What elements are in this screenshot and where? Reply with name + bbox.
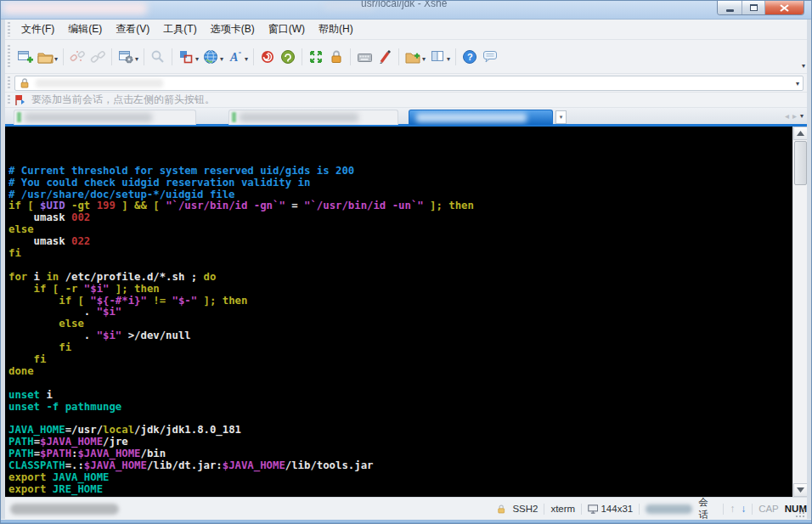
toolbar-overflow-icon[interactable]: ▾ <box>802 62 805 70</box>
menu-bar: 文件(F)编辑(E)查看(V)工具(T)选项卡(B)窗口(W)帮助(H) <box>5 20 807 40</box>
svg-text:A: A <box>229 51 238 64</box>
terminal[interactable]: # Current threshold for system reserved … <box>5 127 807 497</box>
chevron-down-icon[interactable]: ▾ <box>447 55 450 63</box>
scrollbar-thumb[interactable] <box>794 141 807 185</box>
maximize-button[interactable] <box>742 1 765 14</box>
menu-item-4[interactable]: 选项卡(B) <box>204 20 262 39</box>
status-separator <box>639 504 640 515</box>
compose-button[interactable] <box>257 47 278 67</box>
new-session-icon <box>17 48 33 65</box>
address-input[interactable]: ▾ <box>14 76 804 91</box>
chevron-down-icon[interactable]: ▾ <box>195 55 199 63</box>
protocol-label[interactable]: SSH2 <box>512 504 538 514</box>
redacted-status-blob <box>646 504 692 514</box>
terminal-line: else <box>8 318 792 330</box>
toolbar-separator <box>144 48 144 65</box>
session-tab[interactable] <box>228 110 398 125</box>
lock-screen-button[interactable] <box>326 47 347 67</box>
toolbar-grip[interactable] <box>8 76 10 89</box>
folder-plus-icon <box>405 50 421 64</box>
menu-item-0[interactable]: 文件(F) <box>14 20 61 39</box>
red-swirl-icon <box>260 49 275 65</box>
redacted-status-blob <box>10 504 119 515</box>
status-separator <box>544 504 544 515</box>
new-session-button[interactable] <box>14 47 35 67</box>
menu-item-5[interactable]: 窗口(W) <box>262 20 312 39</box>
menu-item-3[interactable]: 工具(T) <box>156 20 203 39</box>
refresh-button[interactable] <box>278 47 298 67</box>
message-board-button[interactable] <box>480 47 500 67</box>
chevron-down-icon[interactable]: ▾ <box>135 55 138 63</box>
redacted-title-blob <box>3 3 147 14</box>
session-properties-button[interactable] <box>116 47 136 67</box>
tab-bar: ▾ ◂ ▸ ▾ <box>5 108 807 127</box>
scroll-down-icon[interactable] <box>793 483 808 497</box>
open-session-button[interactable] <box>35 47 55 67</box>
tile-windows-button[interactable] <box>427 47 448 67</box>
chevron-down-icon[interactable]: ▾ <box>800 112 804 120</box>
window-border-left <box>1 20 5 519</box>
chevron-down-icon[interactable]: ▾ <box>220 55 223 63</box>
open-web-button[interactable] <box>200 47 221 67</box>
help-icon: ? <box>462 49 477 65</box>
find-button[interactable] <box>148 47 168 67</box>
terminal-scrollbar[interactable] <box>792 127 807 497</box>
close-button[interactable] <box>765 1 804 14</box>
status-bar: SSH2 xterm 144x31 会话 ↑ ↓ CAP NUM <box>5 497 807 520</box>
fullscreen-button[interactable] <box>306 47 326 67</box>
lock-icon <box>329 49 344 65</box>
chevron-down-icon[interactable]: ▾ <box>54 55 58 63</box>
virtual-keyboard-button[interactable] <box>354 47 375 67</box>
terminal-type-label[interactable]: xterm <box>550 504 575 514</box>
minimize-icon <box>726 9 734 12</box>
redacted-tab-label <box>240 113 358 122</box>
terminal-line: else <box>8 224 792 236</box>
terminal-line <box>8 413 792 425</box>
toolbar-grip[interactable] <box>8 95 10 105</box>
minimize-button[interactable] <box>718 1 742 14</box>
tab-list-button[interactable]: ▾ <box>555 110 567 124</box>
terminal-line: . "$i" <box>8 307 792 318</box>
help-button[interactable]: ? <box>460 47 480 67</box>
disconnect-button[interactable] <box>87 47 108 67</box>
color-scheme-button[interactable] <box>176 47 196 67</box>
terminal-line: fi <box>8 248 792 260</box>
window-title: usr/local/jdk - Xshe <box>361 1 447 9</box>
tab-scroll-left-icon[interactable]: ◂ <box>785 111 789 121</box>
menu-item-6[interactable]: 帮助(H) <box>312 20 360 39</box>
resize-grip-icon[interactable] <box>795 508 805 518</box>
terminal-line: JAVA_HOME=/usr/local/jdk/jdk1.8.0_181 <box>8 425 792 437</box>
terminal-line: done <box>8 366 792 378</box>
terminal-line: umask 022 <box>8 236 792 248</box>
menu-item-2[interactable]: 查看(V) <box>109 20 156 39</box>
tab-scroll-right-icon[interactable]: ▸ <box>792 111 797 121</box>
terminal-size-label[interactable]: 144x31 <box>601 504 633 514</box>
reconnect-button[interactable] <box>67 47 87 67</box>
red-flag-arrow-icon <box>14 94 28 106</box>
toolbar-grip[interactable] <box>8 45 10 68</box>
chevron-down-icon[interactable]: ▾ <box>796 80 799 87</box>
font-button[interactable]: A <box>225 47 245 67</box>
terminal-line: # You could check uidgid reservation val… <box>8 177 792 189</box>
terminal-line: if [ $UID -gt 199 ] && [ "`/usr/bin/id -… <box>8 200 792 212</box>
lock-icon <box>19 77 31 89</box>
pen-icon <box>377 49 392 65</box>
session-tab-active[interactable] <box>409 110 553 125</box>
file-transfer-button[interactable] <box>403 47 423 67</box>
toolbar-grip[interactable] <box>8 22 10 36</box>
terminal-line: if [ "${-#*i}" != "$-" ]; then <box>8 296 792 307</box>
quick-command-bar: 要添加当前会话，点击左侧的箭头按钮。 <box>5 93 807 108</box>
terminal-line: unset -f pathmunge <box>8 402 792 414</box>
highlight-pen-button[interactable] <box>375 47 395 67</box>
terminal-output[interactable]: # Current threshold for system reserved … <box>5 127 792 497</box>
session-count-label[interactable]: 会话 <box>698 496 717 521</box>
chevron-down-icon[interactable]: ▾ <box>245 55 248 63</box>
terminal-line: . "$i" >/dev/null <box>8 330 792 342</box>
session-tab[interactable] <box>14 110 196 125</box>
menu-item-1[interactable]: 编辑(E) <box>61 20 109 39</box>
terminal-line: PATH=$PATH:$JAVA_HOME/bin <box>8 448 792 460</box>
quick-command-hint: 要添加当前会话，点击左侧的箭头按钮。 <box>31 93 215 107</box>
chevron-down-icon[interactable]: ▾ <box>422 55 426 63</box>
scroll-up-icon[interactable] <box>793 127 808 140</box>
address-bar: ▾ <box>5 74 807 93</box>
